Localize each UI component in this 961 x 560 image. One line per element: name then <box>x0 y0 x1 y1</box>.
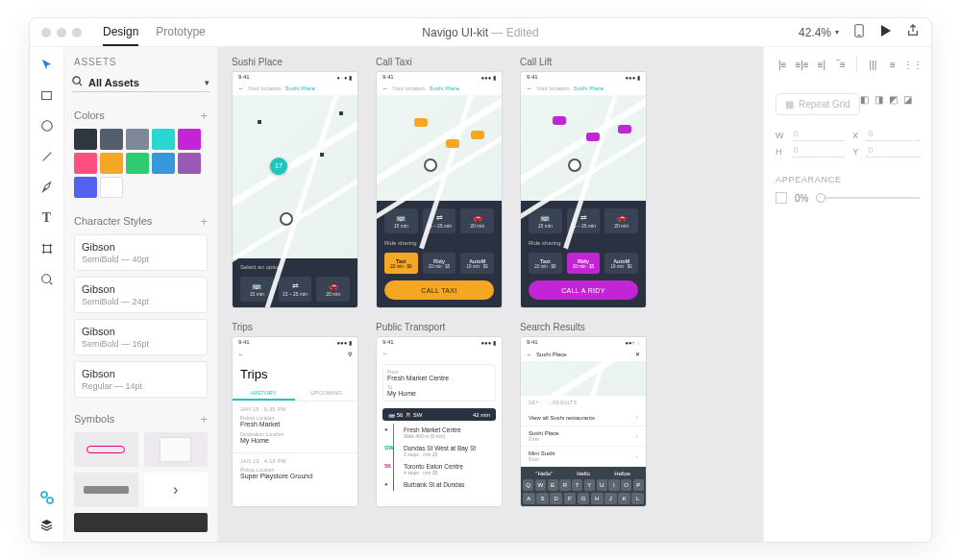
search-result[interactable]: View all Sushi restaurants› <box>521 409 646 426</box>
close-dot[interactable] <box>41 28 51 37</box>
transit-step[interactable]: SWDundas St West at Bay St3 stops · min … <box>377 442 502 460</box>
character-style[interactable]: GibsonSemiBold — 24pt <box>74 277 208 313</box>
chevron-down-icon[interactable]: ▾ <box>205 78 209 87</box>
color-swatch[interactable] <box>74 177 97 198</box>
align-right-icon[interactable]: ≡| <box>815 58 828 72</box>
artboard-tool-icon[interactable] <box>39 241 55 256</box>
zoom-dropdown[interactable]: 42.4% ▾ <box>799 26 839 39</box>
assets-search[interactable]: All Assets ▾ <box>72 73 209 92</box>
transit-step[interactable]: ●Fresh Market CentreWalk 400 m (5 min) <box>377 424 502 442</box>
symbol-thumb[interactable] <box>144 432 209 467</box>
share-icon[interactable] <box>906 24 920 40</box>
assets-icon[interactable] <box>39 490 55 505</box>
ride-chip[interactable]: Ridy20 min · $5 <box>423 253 456 274</box>
artboard-title[interactable]: Sushi Place <box>232 57 358 67</box>
artboard-title[interactable]: Search Results <box>520 322 647 332</box>
symbol-thumb[interactable] <box>74 473 138 507</box>
ride-chip[interactable]: Taxi22 min · $8 <box>384 253 418 274</box>
color-swatch[interactable] <box>100 129 123 150</box>
keyboard-key[interactable]: U <box>597 479 607 491</box>
ypos-input[interactable]: 0 <box>866 145 920 158</box>
xpos-input[interactable]: 0 <box>866 129 920 141</box>
rectangle-tool-icon[interactable] <box>39 87 55 103</box>
symbol-thumb[interactable]: › <box>144 473 209 507</box>
zoom-tool-icon[interactable] <box>39 272 55 287</box>
ride-chip[interactable]: AutoM19 min · $6 <box>460 253 494 274</box>
zoom-dot[interactable] <box>72 28 82 37</box>
keyboard-suggestion[interactable]: Hello <box>566 471 602 476</box>
keyboard-suggestion[interactable]: "Hello" <box>527 471 562 476</box>
add-color-icon[interactable]: + <box>200 109 208 123</box>
transport-option[interactable]: 🚗20 min <box>460 208 494 233</box>
align-top-icon[interactable]: ‾≡ <box>834 58 848 72</box>
play-icon[interactable] <box>879 24 893 40</box>
color-swatch[interactable] <box>178 129 201 150</box>
color-swatch[interactable] <box>178 153 201 174</box>
color-swatch[interactable] <box>152 129 175 150</box>
align-hcenter-icon[interactable]: ≡|≡ <box>795 58 808 72</box>
distribute-v-icon[interactable]: ≡ <box>886 58 899 72</box>
artboard-frame[interactable]: 9:41●●● ▮ ←Your locationSushi Place 🚌15 … <box>376 71 503 308</box>
artboard-title[interactable]: Trips <box>232 322 358 332</box>
transport-option[interactable]: ⇄15 – 25 min <box>279 277 312 302</box>
artboard-frame[interactable]: 9:41●●● ▮ ←⚲ Trips HISTORY UPCOMING JAN … <box>232 336 358 507</box>
text-tool-icon[interactable]: T <box>39 210 55 226</box>
keyboard-key[interactable]: R <box>559 479 570 491</box>
artboard-frame[interactable]: 9:41●●● ▮ ←Your locationSushi Place 17 S… <box>232 71 358 308</box>
artboard-frame[interactable]: 9:41●●● ▮ ← FromFresh Market Centre ToMy… <box>376 336 503 507</box>
tab-design[interactable]: Design <box>103 19 138 46</box>
keyboard-key[interactable]: I <box>608 479 619 491</box>
trip-card[interactable]: JAN 13 · 4:15 PMPickup LocationSuper Pla… <box>233 452 357 488</box>
keyboard-key[interactable]: Y <box>584 479 595 491</box>
keyboard-key[interactable]: P <box>633 479 644 491</box>
artboard-title[interactable]: Public Transport <box>376 322 503 332</box>
color-swatch[interactable] <box>152 153 175 174</box>
window-traffic-lights[interactable] <box>41 28 82 37</box>
transit-step[interactable]: 56Toronto Eaton Centre4 stops · min 35 <box>377 460 502 478</box>
symbol-thumb[interactable] <box>74 432 138 467</box>
width-input[interactable]: 0 <box>792 129 846 141</box>
device-preview-icon[interactable] <box>852 24 866 40</box>
align-left-icon[interactable]: |≡ <box>776 58 789 72</box>
distribute-h-icon[interactable]: ||| <box>866 58 879 72</box>
boolean-exclude-icon[interactable]: ◪ <box>903 94 912 105</box>
character-style[interactable]: GibsonSemiBold — 40pt <box>74 234 208 271</box>
pen-tool-icon[interactable] <box>39 180 55 195</box>
color-swatch[interactable] <box>74 129 97 150</box>
boolean-intersect-icon[interactable]: ◩ <box>889 94 898 105</box>
character-style[interactable]: GibsonSemiBold — 16pt <box>74 319 208 355</box>
ride-chip[interactable]: AutoM19 min · $6 <box>604 253 638 274</box>
transit-step[interactable]: ●Burbank St at Dundas <box>377 478 502 491</box>
keyboard-key[interactable]: E <box>548 479 558 491</box>
color-swatch[interactable] <box>126 153 149 174</box>
search-result[interactable]: Mini Sushi3 km› <box>521 447 646 467</box>
color-swatch[interactable] <box>74 153 97 174</box>
call-ridy-button[interactable]: CALL A RIDY <box>529 280 638 300</box>
boolean-subtract-icon[interactable]: ◨ <box>875 94 883 105</box>
opacity-value[interactable]: 0% <box>795 193 808 204</box>
trip-card[interactable]: JAN 15 · 6:35 PMPickup LocationFresh Mar… <box>233 401 357 452</box>
repeat-grid-button[interactable]: ▦ Repeat Grid <box>776 93 860 115</box>
search-result[interactable]: Sushi Place2 km› <box>521 426 646 447</box>
keyboard-key[interactable]: T <box>572 479 582 491</box>
keyboard-suggestion[interactable]: Hellos <box>604 471 640 476</box>
tab-history[interactable]: HISTORY <box>233 387 295 401</box>
height-input[interactable]: 0 <box>792 145 846 158</box>
tab-upcoming[interactable]: UPCOMING <box>295 387 357 401</box>
line-tool-icon[interactable] <box>39 149 55 164</box>
layers-icon[interactable] <box>39 517 55 532</box>
color-swatch[interactable] <box>100 153 123 174</box>
transport-option[interactable]: 🚌15 min <box>384 208 418 233</box>
ellipse-tool-icon[interactable] <box>39 118 55 134</box>
transport-option[interactable]: 🚗20 min <box>316 277 350 302</box>
symbol-thumb[interactable] <box>74 513 208 532</box>
keyboard[interactable]: "Hello"HelloHellos QWERTYUIOP ASDFGHJKL <box>521 467 646 507</box>
artboard-title[interactable]: Call Lift <box>520 57 647 67</box>
keyboard-key[interactable]: O <box>621 479 631 491</box>
ride-chip[interactable]: Ridy20 min · $5 <box>567 253 601 274</box>
color-swatch[interactable] <box>100 177 123 198</box>
add-symbol-icon[interactable]: + <box>200 412 208 426</box>
color-swatch[interactable] <box>126 129 149 150</box>
transport-option[interactable]: 🚗20 min <box>604 208 638 233</box>
opacity-slider[interactable] <box>816 197 920 199</box>
